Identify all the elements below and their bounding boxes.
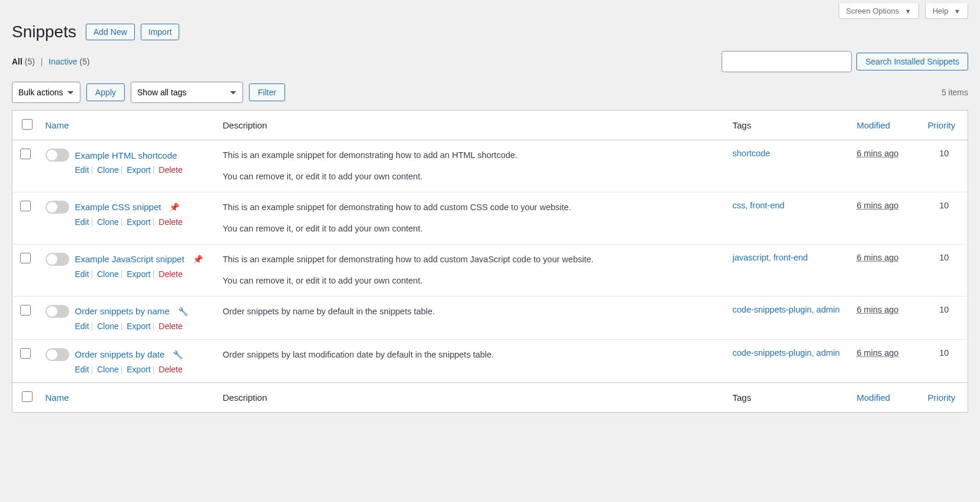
modified-time: 6 mins ago xyxy=(857,253,899,262)
row-actions: Edit| Clone| Export| Delete xyxy=(75,165,209,175)
snippet-title-link[interactable]: Example JavaScript snippet xyxy=(75,254,185,264)
filter-all-count: (5) xyxy=(25,57,35,66)
modified-time: 6 mins ago xyxy=(857,201,899,210)
delete-link[interactable]: Delete xyxy=(159,365,182,374)
col-modified-header[interactable]: Modified xyxy=(850,111,921,140)
export-link[interactable]: Export xyxy=(127,269,150,279)
filter-inactive[interactable]: Inactive xyxy=(48,57,77,66)
delete-link[interactable]: Delete xyxy=(159,217,182,227)
filter-all[interactable]: All xyxy=(12,57,22,66)
clone-link[interactable]: Clone xyxy=(97,165,119,175)
tag-link[interactable]: code-snippets-plugin, admin xyxy=(733,348,840,358)
edit-link[interactable]: Edit xyxy=(75,217,89,227)
screen-options-button[interactable]: Screen Options ▼ xyxy=(839,4,919,19)
snippet-description-line: You can remove it, or edit it to add you… xyxy=(223,170,719,183)
activate-toggle[interactable] xyxy=(46,305,69,318)
table-row: Example JavaScript snippet📌 Edit| Clone|… xyxy=(12,244,968,296)
table-row: Example HTML shortcode Edit| Clone| Expo… xyxy=(12,140,968,192)
table-row: Order snippets by name🔧 Edit| Clone| Exp… xyxy=(12,296,968,339)
apply-button[interactable]: Apply xyxy=(86,83,125,101)
separator: | xyxy=(41,57,43,66)
bulk-actions-select[interactable]: Bulk actions xyxy=(12,82,80,103)
add-new-button[interactable]: Add New xyxy=(86,24,135,40)
table-row: Order snippets by date🔧 Edit| Clone| Exp… xyxy=(12,339,968,382)
edit-link[interactable]: Edit xyxy=(75,365,89,374)
modified-time: 6 mins ago xyxy=(857,348,899,358)
clone-link[interactable]: Clone xyxy=(97,365,119,374)
help-button[interactable]: Help ▼ xyxy=(925,4,968,19)
row-checkbox[interactable] xyxy=(20,201,31,211)
tag-link[interactable]: javascript, front-end xyxy=(733,253,808,262)
col-modified-footer[interactable]: Modified xyxy=(850,382,921,412)
view-filters: All (5) | Inactive (5) xyxy=(12,57,90,66)
pin-icon: 📌 xyxy=(193,255,203,264)
clone-link[interactable]: Clone xyxy=(97,321,119,331)
snippets-table: Name Description Tags Modified Priority … xyxy=(12,110,968,413)
col-description-header: Description xyxy=(216,111,726,140)
snippet-title-link[interactable]: Order snippets by name xyxy=(75,306,170,316)
filter-button[interactable]: Filter xyxy=(249,83,285,101)
delete-link[interactable]: Delete xyxy=(159,165,182,175)
clone-link[interactable]: Clone xyxy=(97,269,119,279)
priority-value: 10 xyxy=(921,140,968,192)
select-all-checkbox-bottom[interactable] xyxy=(22,391,33,402)
snippet-description-line: You can remove it, or edit it to add you… xyxy=(223,222,719,235)
edit-link[interactable]: Edit xyxy=(75,321,89,331)
activate-toggle[interactable] xyxy=(46,201,69,214)
activate-toggle[interactable] xyxy=(46,348,69,361)
export-link[interactable]: Export xyxy=(127,165,150,175)
filter-inactive-count: (5) xyxy=(79,57,89,66)
col-description-footer: Description xyxy=(216,382,726,412)
page-title: Snippets xyxy=(12,22,76,41)
screen-options-label: Screen Options xyxy=(846,7,900,15)
tag-link[interactable]: css, front-end xyxy=(733,201,785,210)
export-link[interactable]: Export xyxy=(127,217,150,227)
priority-value: 10 xyxy=(921,192,968,244)
snippet-title-link[interactable]: Example CSS snippet xyxy=(75,202,161,212)
edit-link[interactable]: Edit xyxy=(75,165,89,175)
priority-value: 10 xyxy=(921,339,968,382)
row-actions: Edit| Clone| Export| Delete xyxy=(75,365,209,374)
delete-link[interactable]: Delete xyxy=(159,321,182,331)
row-checkbox[interactable] xyxy=(20,348,31,359)
export-link[interactable]: Export xyxy=(127,321,150,331)
snippet-title-link[interactable]: Order snippets by date xyxy=(75,349,165,359)
delete-link[interactable]: Delete xyxy=(159,269,182,279)
modified-time: 6 mins ago xyxy=(857,305,899,314)
clone-link[interactable]: Clone xyxy=(97,217,119,227)
tags-filter-select[interactable]: Show all tags xyxy=(131,82,243,103)
tag-link[interactable]: shortcode xyxy=(733,149,771,158)
import-button[interactable]: Import xyxy=(141,24,180,40)
activate-toggle[interactable] xyxy=(46,253,69,266)
wrench-icon: 🔧 xyxy=(178,307,188,316)
col-priority-header[interactable]: Priority xyxy=(921,111,968,140)
snippet-description-line: Order snippets by last modification date… xyxy=(223,348,719,361)
pin-icon: 📌 xyxy=(169,202,179,212)
activate-toggle[interactable] xyxy=(46,149,69,162)
row-checkbox[interactable] xyxy=(20,253,31,263)
modified-time: 6 mins ago xyxy=(857,149,899,158)
snippet-title-link[interactable]: Example HTML shortcode xyxy=(75,150,177,160)
search-button[interactable]: Search Installed Snippets xyxy=(856,53,968,70)
wrench-icon: 🔧 xyxy=(173,350,183,359)
row-checkbox[interactable] xyxy=(20,305,31,316)
priority-value: 10 xyxy=(921,296,968,339)
export-link[interactable]: Export xyxy=(127,365,150,374)
select-all-checkbox[interactable] xyxy=(22,119,33,130)
col-priority-footer[interactable]: Priority xyxy=(921,382,968,412)
edit-link[interactable]: Edit xyxy=(75,269,89,279)
row-checkbox[interactable] xyxy=(20,149,31,159)
snippet-description-line: This is an example snippet for demonstra… xyxy=(223,149,719,162)
search-input[interactable] xyxy=(722,51,852,72)
priority-value: 10 xyxy=(921,244,968,296)
help-label: Help xyxy=(933,7,949,15)
tag-link[interactable]: code-snippets-plugin, admin xyxy=(733,305,840,314)
snippet-description-line: You can remove it, or edit it to add you… xyxy=(223,274,719,287)
row-actions: Edit| Clone| Export| Delete xyxy=(75,217,209,227)
chevron-down-icon: ▼ xyxy=(905,8,911,15)
col-name-header[interactable]: Name xyxy=(38,111,216,140)
col-name-footer[interactable]: Name xyxy=(38,382,216,412)
row-actions: Edit| Clone| Export| Delete xyxy=(75,321,209,331)
table-row: Example CSS snippet📌 Edit| Clone| Export… xyxy=(12,192,968,244)
snippet-description-line: This is an example snippet for demonstra… xyxy=(223,201,719,214)
